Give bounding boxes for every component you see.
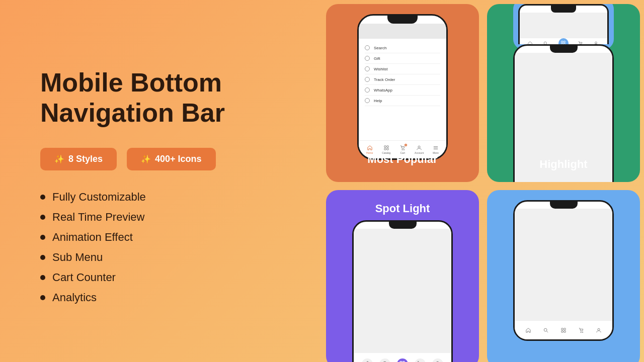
screen-fourth: [515, 209, 612, 322]
screen-top-blue: [520, 13, 607, 38]
bottom-nav-top-blue: Home Search: [520, 38, 607, 44]
heart-icon: [365, 66, 370, 71]
feature-label-1: Fully Customizable: [52, 191, 146, 204]
notch-top-blue: [551, 6, 576, 13]
active-circle-blue: [558, 38, 569, 45]
s-nav-cart: [415, 358, 426, 363]
badges-row: ✨ 8 Styles ✨ 400+ Icons: [40, 148, 292, 170]
feature-label-2: Real Time Preview: [52, 211, 144, 224]
badge-styles[interactable]: ✨ 8 Styles: [40, 148, 117, 170]
badge-icons[interactable]: ✨ 400+ Icons: [127, 148, 216, 170]
svg-point-43: [581, 331, 582, 332]
top-blue-partial: Home Search: [513, 4, 614, 49]
svg-line-38: [546, 331, 548, 332]
bullet-1: [40, 195, 45, 200]
svg-rect-0: [384, 145, 386, 147]
svg-rect-3: [387, 148, 388, 149]
track-icon: [365, 77, 370, 82]
menu-search-label: Search: [374, 46, 386, 50]
bullet-3: [40, 235, 45, 240]
feature-label-3: Animation Effect: [52, 231, 133, 244]
feature-label-5: Cart Counter: [52, 271, 116, 284]
svg-rect-41: [561, 330, 563, 332]
phone-most-popular: Search Gift Wishlist Track Order: [357, 14, 448, 160]
star-icon-1: ✨: [54, 154, 64, 164]
f-nav-cart: [579, 328, 584, 333]
menu-item-wishlist: Wishlist: [365, 64, 440, 74]
right-panel: Search Gift Wishlist Track Order: [322, 0, 644, 362]
card-spotlight-label: Spot Light: [326, 202, 479, 215]
menu-item-search: Search: [365, 43, 440, 53]
svg-rect-2: [384, 148, 386, 149]
menu-item-track: Track Order: [365, 74, 440, 85]
svg-rect-40: [564, 328, 566, 329]
badge-styles-label: 8 Styles: [68, 154, 103, 164]
bottom-nav-spotlight: [354, 352, 451, 362]
feature-item-3: Animation Effect: [40, 231, 292, 244]
catalog-icon: [383, 145, 389, 150]
search-icon: [365, 45, 370, 50]
card-highlight-label: Highlight: [487, 158, 640, 171]
s-cart-circle: [415, 358, 426, 363]
s-home-circle: [362, 358, 373, 363]
bottom-nav-fourth: [515, 320, 612, 339]
card-fourth: [487, 190, 640, 362]
svg-rect-12: [561, 41, 563, 43]
s-nav-catalog-active: [397, 358, 408, 363]
svg-point-37: [544, 328, 547, 331]
bullet-6: [40, 295, 45, 300]
cards-grid: Search Gift Wishlist Track Order: [322, 0, 644, 362]
feature-label-4: Sub Menu: [52, 251, 103, 264]
whatsapp-icon: [365, 87, 370, 93]
s-account-circle: [432, 358, 443, 363]
feature-item-6: Analytics: [40, 291, 292, 304]
menu-item-help: Help: [365, 96, 440, 106]
card-spotlight: Spot Light: [326, 190, 479, 362]
phone-notch-1: [387, 16, 418, 24]
s-nav-account: [432, 358, 443, 363]
menu-list: Search Gift Wishlist Track Order: [359, 39, 446, 110]
notch-highlight: [550, 46, 578, 53]
menu-gift-label: Gift: [374, 56, 380, 61]
menu-help-label: Help: [374, 99, 382, 103]
cart-wrap: 1: [399, 145, 406, 150]
bullet-2: [40, 215, 45, 220]
help-icon: [365, 98, 370, 103]
svg-point-45: [597, 328, 599, 330]
cart-badge: 1: [404, 143, 408, 147]
badge-icons-label: 400+ Icons: [155, 154, 202, 164]
phone-top-blue-inner: Home Search: [518, 4, 609, 44]
svg-point-6: [418, 146, 420, 148]
svg-rect-1: [387, 145, 388, 147]
home-icon: [367, 145, 373, 150]
notch-spotlight: [389, 222, 417, 229]
bullet-5: [40, 275, 45, 280]
feature-item-4: Sub Menu: [40, 251, 292, 264]
menu-whatsapp-label: WhatsApp: [374, 88, 392, 93]
svg-point-18: [595, 42, 597, 44]
page-container: Mobile Bottom Navigation Bar ✨ 8 Styles …: [0, 0, 644, 362]
card-most-popular: Search Gift Wishlist Track Order: [326, 4, 479, 182]
svg-rect-13: [564, 41, 566, 43]
feature-item-1: Fully Customizable: [40, 191, 292, 204]
card-highlight: Home Search: [487, 4, 640, 182]
s-catalog-circle-active: [397, 358, 408, 363]
star-icon-2: ✨: [141, 154, 151, 164]
s-search-circle: [379, 358, 390, 363]
menu-track-label: Track Order: [374, 77, 395, 82]
screen-spotlight: [354, 229, 451, 357]
feature-item-2: Real Time Preview: [40, 211, 292, 224]
account-icon: [416, 145, 422, 150]
phone-highlight-container: Home Search: [513, 4, 614, 182]
more-icon: [433, 145, 439, 150]
left-panel: Mobile Bottom Navigation Bar ✨ 8 Styles …: [0, 0, 322, 362]
svg-point-44: [582, 331, 583, 332]
s-nav-search: [379, 358, 390, 363]
card-most-popular-label: Most Popular: [326, 152, 479, 167]
menu-item-gift: Gift: [365, 53, 440, 64]
feature-label-6: Analytics: [52, 291, 97, 304]
svg-rect-39: [561, 328, 563, 329]
svg-rect-42: [564, 330, 566, 332]
menu-item-whatsapp: WhatsApp: [365, 85, 440, 96]
screen-top-gray-1: [359, 24, 446, 39]
